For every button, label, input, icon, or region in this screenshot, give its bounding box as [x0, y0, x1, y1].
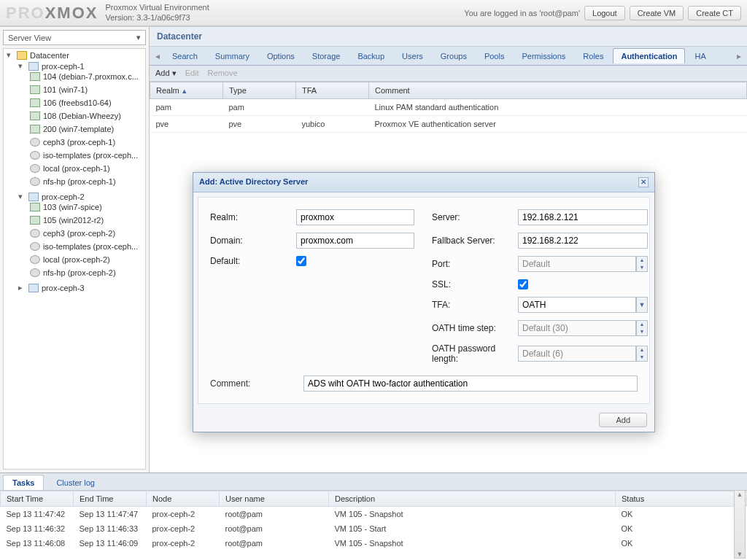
resource-tree[interactable]: ▾ Datacenter▾ prox-ceph-1 104 (debian-7.… — [3, 48, 146, 470]
chevron-down-icon: ▾ — [136, 33, 141, 42]
toolbar: Add ▾ Edit Remove — [150, 66, 747, 82]
tab-storage[interactable]: Storage — [304, 48, 349, 63]
tree-item[interactable]: nfs-hp (prox-ceph-1) — [30, 177, 116, 186]
ssl-label: SSL: — [432, 279, 518, 289]
col-realm[interactable]: Realm — [150, 82, 223, 99]
add-auth-modal: Add: Active Directory Server ✕ Realm: Do… — [193, 172, 655, 432]
tree-item[interactable]: iso-templates (prox-ceph... — [30, 151, 138, 160]
logout-button[interactable]: Logout — [584, 6, 625, 20]
tab-ha[interactable]: HA — [686, 48, 713, 63]
tab-tasks[interactable]: Tasks — [3, 475, 44, 490]
chevron-down-icon[interactable]: ▼ — [636, 297, 648, 313]
modal-title-bar[interactable]: Add: Active Directory Server ✕ — [193, 173, 654, 192]
login-status: You are logged in as 'root@pam' — [464, 9, 580, 18]
tab-roles[interactable]: Roles — [575, 48, 611, 63]
port-input[interactable]: ▲▼ — [518, 256, 648, 272]
port-label: Port: — [432, 259, 518, 269]
tree-node[interactable]: ▸ prox-ceph-3 — [18, 283, 85, 292]
tab-summary[interactable]: Summary — [207, 48, 258, 63]
tfa-label: TFA: — [432, 300, 518, 310]
oath-len-label: OATH password length: — [432, 343, 518, 364]
spin-down-icon[interactable]: ▼ — [637, 328, 647, 335]
tree-item[interactable]: local (prox-ceph-1) — [30, 164, 110, 173]
spin-up-icon[interactable]: ▲ — [637, 346, 647, 354]
create-vm-button[interactable]: Create VM — [630, 6, 684, 20]
close-icon[interactable]: ✕ — [638, 177, 649, 187]
col-desc[interactable]: Description — [329, 491, 616, 507]
tab-authentication[interactable]: Authentication — [613, 48, 685, 63]
col-end[interactable]: End Time — [74, 491, 147, 507]
tab-scroll-right[interactable]: ▸ — [734, 51, 744, 61]
oath-len-input[interactable]: ▲▼ — [518, 346, 648, 362]
oath-step-label: OATH time step: — [432, 323, 518, 333]
tab-pools[interactable]: Pools — [476, 48, 513, 63]
log-row[interactable]: Sep 13 11:47:42Sep 13 11:47:47prox-ceph-… — [1, 507, 747, 522]
task-log: Tasks Cluster log Start Time End Time No… — [0, 472, 747, 560]
create-ct-button[interactable]: Create CT — [688, 6, 741, 20]
tree-item[interactable]: 200 (win7-template) — [30, 125, 114, 133]
fallback-input[interactable] — [518, 233, 648, 249]
table-row[interactable]: pampamLinux PAM standard authentication — [150, 99, 747, 116]
fallback-label: Fallback Server: — [432, 236, 518, 246]
col-start[interactable]: Start Time — [1, 491, 74, 507]
add-button[interactable]: Add ▾ — [155, 69, 177, 78]
default-label: Default: — [210, 256, 296, 266]
tree-item[interactable]: local (prox-ceph-2) — [30, 255, 110, 264]
tree-item[interactable]: iso-templates (prox-ceph... — [30, 242, 138, 251]
modal-add-button[interactable]: Add — [599, 413, 647, 427]
table-row[interactable]: pvepveyubicoProxmox VE authentication se… — [150, 116, 747, 133]
spin-down-icon[interactable]: ▼ — [637, 264, 647, 271]
tab-options[interactable]: Options — [259, 48, 303, 63]
tree-node[interactable]: ▾ prox-ceph-1 — [18, 61, 85, 71]
oath-step-input[interactable]: ▲▼ — [518, 320, 648, 336]
edit-button: Edit — [185, 69, 199, 78]
col-type[interactable]: Type — [223, 82, 296, 99]
tab-cluster-log[interactable]: Cluster log — [47, 475, 104, 490]
tab-backup[interactable]: Backup — [349, 48, 392, 63]
spin-down-icon[interactable]: ▼ — [637, 354, 647, 361]
domain-input[interactable] — [296, 233, 414, 249]
tab-search[interactable]: Search — [164, 48, 206, 63]
view-selector[interactable]: Server View▾ — [3, 30, 146, 45]
tree-item[interactable]: ceph3 (prox-ceph-2) — [30, 229, 115, 238]
col-user[interactable]: User name — [220, 491, 329, 507]
tree-item[interactable]: ceph3 (prox-ceph-1) — [30, 138, 115, 147]
comment-label: Comment: — [210, 378, 303, 389]
tfa-select[interactable]: ▼ — [518, 297, 648, 313]
log-row[interactable]: Sep 13 11:46:08Sep 13 11:46:09prox-ceph-… — [1, 536, 747, 551]
breadcrumb: Datacenter — [150, 27, 747, 47]
log-scrollbar[interactable]: ▲▼ — [734, 490, 746, 559]
tree-item[interactable]: 105 (win2012-r2) — [30, 216, 104, 225]
tree-item[interactable]: 101 (win7-1) — [30, 85, 88, 94]
realm-input[interactable] — [296, 209, 414, 225]
log-row[interactable]: Sep 13 11:46:32Sep 13 11:46:33prox-ceph-… — [1, 521, 747, 536]
header-title: Proxmox Virtual Environment Version: 3.3… — [105, 3, 209, 22]
tab-bar: ◂ SearchSummaryOptionsStorageBackupUsers… — [150, 47, 747, 66]
remove-button: Remove — [208, 69, 238, 78]
ssl-checkbox[interactable] — [518, 279, 528, 289]
tree-item[interactable]: 104 (debian-7.proxmox.c... — [30, 72, 139, 81]
tree-node[interactable]: ▾ prox-ceph-2 — [18, 192, 85, 201]
sidebar: Server View▾ ▾ Datacenter▾ prox-ceph-1 1… — [0, 27, 150, 472]
header: PROXMOX Proxmox Virtual Environment Vers… — [0, 0, 747, 26]
spin-up-icon[interactable]: ▲ — [637, 257, 647, 264]
col-node[interactable]: Node — [147, 491, 220, 507]
tab-users[interactable]: Users — [394, 48, 431, 63]
spin-up-icon[interactable]: ▲ — [637, 321, 647, 328]
tree-datacenter[interactable]: ▾ Datacenter — [7, 50, 69, 60]
server-input[interactable] — [518, 209, 648, 225]
tab-scroll-left[interactable]: ◂ — [152, 51, 163, 61]
tree-item[interactable]: 103 (win7-spice) — [30, 203, 102, 211]
col-comment[interactable]: Comment — [369, 82, 747, 99]
comment-input[interactable] — [303, 376, 638, 392]
logo: PROXMOX — [6, 4, 98, 23]
tree-item[interactable]: 108 (Debian-Wheezy) — [30, 112, 121, 120]
col-status[interactable]: Status — [616, 491, 747, 507]
default-checkbox[interactable] — [296, 256, 306, 266]
tree-item[interactable]: nfs-hp (prox-ceph-2) — [30, 268, 116, 277]
tab-groups[interactable]: Groups — [433, 48, 475, 63]
tab-permissions[interactable]: Permissions — [514, 48, 573, 63]
server-label: Server: — [432, 212, 518, 222]
col-tfa[interactable]: TFA — [296, 82, 369, 99]
tree-item[interactable]: 106 (freebsd10-64) — [30, 98, 112, 107]
